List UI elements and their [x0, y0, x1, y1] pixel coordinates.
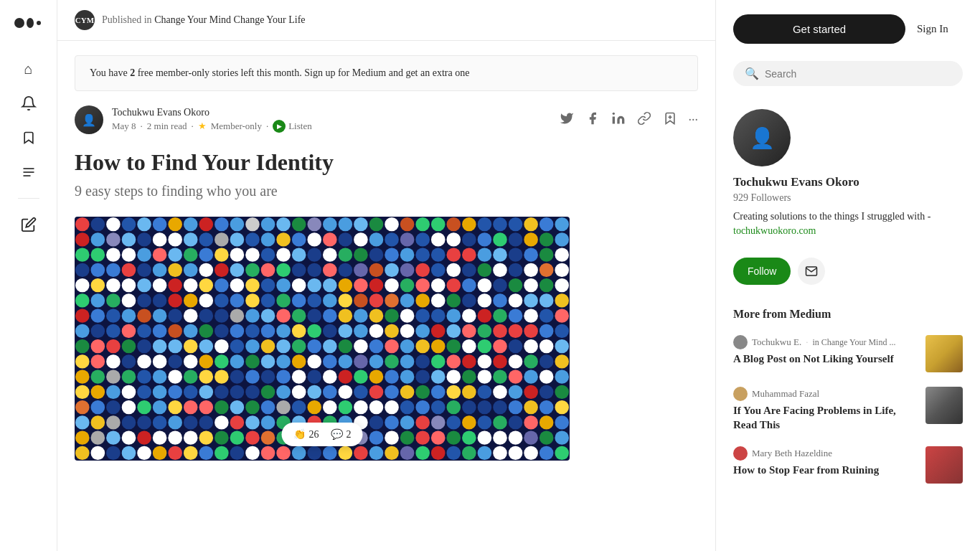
author-name[interactable]: Tochukwu Evans Okoro	[112, 107, 312, 118]
related-2-author-avatar	[733, 387, 748, 401]
publication-info: Published in Change Your Mind Change You…	[102, 14, 306, 26]
facebook-share-icon[interactable]	[585, 111, 600, 129]
comment-button[interactable]: 💬 2	[331, 428, 352, 441]
comment-icon: 💬	[331, 428, 343, 441]
twitter-share-icon[interactable]	[560, 111, 574, 129]
related-2-author: Muhammad Fazal	[752, 388, 819, 400]
related-article-2-meta: Muhammad Fazal	[733, 387, 917, 401]
svg-point-6	[612, 112, 614, 114]
paywall-banner: You have 2 free member-only stories left…	[75, 55, 698, 91]
link-share-icon[interactable]	[637, 111, 651, 129]
related-article-3-content: Mary Beth Hazeldine How to Stop Fear fro…	[733, 446, 917, 478]
author-info: 👤 Tochukwu Evans Okoro May 8 · 2 min rea…	[75, 105, 312, 134]
related-article-2-thumbnail	[925, 387, 963, 424]
sidebar-divider	[18, 198, 39, 199]
article-area: 👤 Tochukwu Evans Okoro May 8 · 2 min rea…	[57, 105, 715, 489]
related-1-author: Tochukwu E.	[752, 336, 801, 348]
search-icon: 🔍	[745, 67, 759, 80]
search-input[interactable]	[765, 68, 951, 80]
get-started-button[interactable]: Get started	[733, 14, 905, 44]
write-nav[interactable]	[14, 210, 43, 239]
sidebar-author-avatar: 👤	[733, 109, 791, 166]
sidebar-author-card: 👤 Tochukwu Evans Okoro 929 Followers Cre…	[733, 109, 963, 240]
related-article-3-thumbnail	[925, 446, 963, 484]
clap-icon: 👏	[293, 428, 306, 441]
banner-middle: free member-only stories left this month…	[138, 67, 302, 78]
article-hero-image: 👏 26 💬 2	[75, 217, 570, 461]
stories-nav[interactable]	[14, 158, 43, 187]
dot-1: ·	[141, 121, 143, 132]
notifications-nav[interactable]	[14, 89, 43, 118]
related-article-3: Mary Beth Hazeldine How to Stop Fear fro…	[733, 446, 963, 484]
svg-point-2	[37, 21, 41, 25]
meta-dot: ·	[806, 336, 808, 348]
article-action-bar: ···	[560, 111, 699, 129]
subscribe-email-button[interactable]	[798, 258, 825, 285]
signup-link[interactable]: Sign up for Medium and get an extra one	[304, 67, 469, 78]
related-article-2-title[interactable]: If You Are Facing Problems in Life, Read…	[733, 404, 917, 432]
read-time: 2 min read	[147, 121, 187, 132]
save-icon[interactable]	[663, 111, 677, 129]
listen-play-icon: ▶	[273, 120, 286, 133]
member-label: Member-only	[211, 121, 262, 132]
related-article-1-title[interactable]: A Blog Post on Not Liking Yourself	[733, 352, 917, 367]
article-subtitle: 9 easy steps to finding who you are	[75, 183, 698, 199]
related-article-2: Muhammad Fazal If You Are Facing Problem…	[733, 387, 963, 432]
author-website-link[interactable]: tochukwuokoro.com	[733, 225, 816, 236]
related-article-2-content: Muhammad Fazal If You Are Facing Problem…	[733, 387, 917, 432]
related-article-1-meta: Tochukwu E. · in Change Your Mind ...	[733, 335, 917, 349]
follow-row: Follow	[733, 258, 963, 285]
author-meta: May 8 · 2 min read · ★ Member-only · ▶ L…	[112, 120, 312, 133]
listen-button[interactable]: ▶ Listen	[273, 120, 312, 133]
article-date: May 8	[112, 121, 136, 132]
publication-avatar: CYM	[75, 10, 95, 30]
top-actions: Get started Sign In	[733, 14, 963, 44]
author-details: Tochukwu Evans Okoro May 8 · 2 min read …	[112, 107, 312, 133]
sidebar-author-name: Tochukwu Evans Okoro	[733, 175, 859, 189]
reaction-bar: 👏 26 💬 2	[282, 423, 363, 446]
related-article-1-content: Tochukwu E. · in Change Your Mind ... A …	[733, 335, 917, 367]
related-article-1-thumbnail	[925, 335, 963, 372]
banner-prefix: You have	[90, 67, 128, 78]
listen-label: Listen	[288, 121, 312, 132]
article-title: How to Find Your Identity	[75, 149, 698, 176]
follow-button[interactable]: Follow	[733, 258, 791, 285]
dot-3: ·	[266, 121, 268, 132]
related-1-pub: in Change Your Mind ...	[812, 337, 895, 348]
related-article-3-title[interactable]: How to Stop Fear from Ruining	[733, 463, 917, 478]
clap-count: 26	[309, 429, 319, 441]
more-from-medium-title: More from Medium	[733, 308, 963, 321]
search-box: 🔍	[733, 61, 963, 86]
medium-logo[interactable]	[14, 14, 43, 34]
home-nav[interactable]: ⌂	[14, 55, 43, 83]
member-star-icon: ★	[198, 121, 207, 132]
sidebar-author-bio: Creating solutions to the things I strug…	[733, 209, 963, 237]
related-1-author-avatar	[733, 335, 748, 349]
sidebar-followers: 929 Followers	[733, 192, 791, 204]
main-content: CYM Published in Change Your Mind Change…	[57, 0, 716, 551]
sign-in-link[interactable]: Sign In	[917, 23, 948, 35]
bookmarks-nav[interactable]	[14, 123, 43, 152]
avatar-image: 👤	[75, 105, 103, 134]
author-row: 👤 Tochukwu Evans Okoro May 8 · 2 min rea…	[75, 105, 698, 134]
more-icon[interactable]: ···	[689, 113, 699, 128]
linkedin-share-icon[interactable]	[611, 111, 626, 129]
author-avatar: 👤	[75, 105, 103, 134]
left-sidebar: ⌂	[0, 0, 57, 551]
clap-button[interactable]: 👏 26	[293, 428, 319, 441]
right-sidebar: Get started Sign In 🔍 👤 Tochukwu Evans O…	[716, 0, 980, 551]
bio-text: Creating solutions to the things I strug…	[733, 211, 930, 222]
publication-link[interactable]: Change Your Mind Change Your Life	[154, 14, 305, 25]
related-3-author: Mary Beth Hazeldine	[752, 448, 832, 459]
svg-point-0	[14, 18, 24, 28]
comment-count: 2	[347, 429, 352, 441]
svg-point-1	[27, 18, 34, 28]
dot-2: ·	[191, 121, 193, 132]
related-3-author-avatar	[733, 446, 748, 461]
published-in-label: Published in	[102, 14, 152, 25]
banner-count: 2	[130, 67, 135, 78]
related-article-3-meta: Mary Beth Hazeldine	[733, 446, 917, 461]
related-article-1: Tochukwu E. · in Change Your Mind ... A …	[733, 335, 963, 372]
publication-topbar: CYM Published in Change Your Mind Change…	[57, 0, 715, 41]
